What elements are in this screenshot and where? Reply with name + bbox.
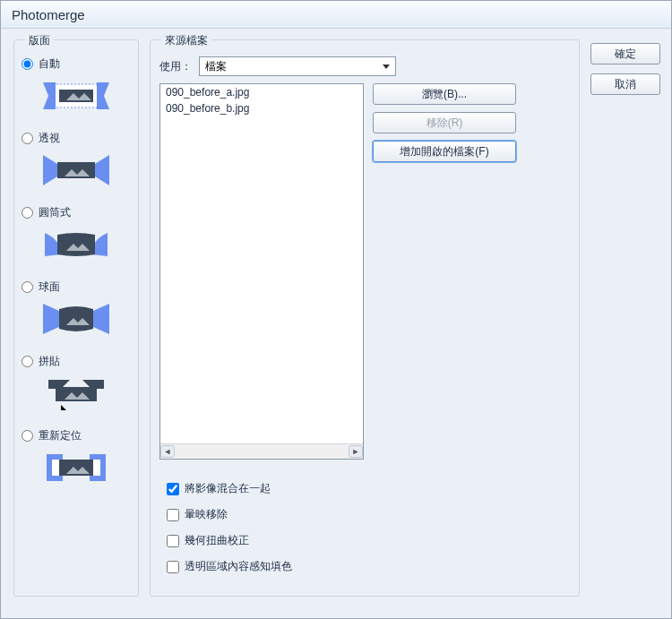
svg-marker-5 (97, 82, 109, 109)
layout-spherical-icon (39, 300, 113, 338)
layout-reposition-icon (39, 449, 113, 486)
photomerge-dialog: Photomerge 版面 自動 (0, 0, 672, 619)
layout-radio-perspective[interactable] (22, 133, 33, 144)
layout-collage-icon (39, 374, 113, 412)
geom-label: 幾何扭曲校正 (185, 533, 249, 548)
vignette-label: 暈映移除 (185, 507, 228, 522)
use-row: 使用： 檔案 (151, 53, 579, 83)
blend-label: 將影像混合在一起 (185, 481, 271, 496)
layout-label-spherical: 球面 (39, 279, 60, 295)
layout-label-cylindrical: 圓筒式 (39, 205, 71, 220)
use-dropdown[interactable]: 檔案 (199, 56, 396, 76)
svg-point-7 (99, 84, 101, 87)
title-bar: Photomerge (1, 1, 671, 29)
layout-group-title: 版面 (25, 33, 54, 48)
layout-option-cylindrical[interactable]: 圓筒式 (14, 202, 138, 276)
svg-point-9 (99, 106, 101, 108)
blend-option[interactable]: 將影像混合在一起 (167, 481, 570, 496)
file-list-item[interactable]: 090_before_a.jpg (160, 84, 363, 100)
remove-button[interactable]: 移除(R) (373, 112, 516, 133)
geom-option[interactable]: 幾何扭曲校正 (167, 533, 570, 548)
layout-option-collage[interactable]: 拼貼 (14, 350, 138, 425)
browse-button[interactable]: 瀏覽(B)... (373, 83, 516, 105)
svg-marker-10 (43, 155, 57, 185)
use-dropdown-value: 檔案 (205, 59, 227, 74)
layout-option-reposition[interactable]: 重新定位 (14, 425, 138, 499)
layout-cylindrical-icon (39, 226, 113, 263)
layout-radio-spherical[interactable] (22, 281, 33, 293)
add-open-files-button[interactable]: 增加開啟的檔案(F) (373, 141, 516, 162)
svg-marker-26 (61, 405, 66, 410)
ok-button[interactable]: 確定 (590, 43, 660, 64)
layout-option-perspective[interactable]: 透視 (14, 127, 138, 202)
use-label: 使用： (159, 59, 192, 74)
dialog-actions: 確定 取消 (590, 39, 660, 608)
svg-marker-4 (43, 82, 56, 109)
layout-radio-collage[interactable] (22, 356, 33, 367)
file-list-scrollbar[interactable]: ◄ ► (160, 443, 363, 459)
scroll-left-icon[interactable]: ◄ (160, 445, 175, 458)
fill-label: 透明區域內容感知填色 (185, 559, 292, 574)
file-list-item[interactable]: 090_before_b.jpg (160, 100, 363, 116)
layout-radio-cylindrical[interactable] (22, 207, 33, 219)
layout-label-reposition: 重新定位 (39, 428, 82, 443)
svg-marker-18 (93, 304, 109, 334)
source-files-group: 來源檔案 使用： 檔案 090_before_a.jpg 090_before_… (150, 39, 580, 597)
window-title: Photomerge (12, 7, 85, 22)
chevron-down-icon (383, 64, 390, 69)
layout-label-perspective: 透視 (39, 131, 60, 146)
fill-checkbox[interactable] (167, 561, 179, 573)
fill-option[interactable]: 透明區域內容感知填色 (167, 559, 570, 574)
layout-option-auto[interactable]: 自動 (14, 53, 138, 127)
vignette-option[interactable]: 暈映移除 (167, 507, 570, 522)
layout-radio-reposition[interactable] (22, 430, 33, 442)
svg-point-6 (52, 84, 55, 87)
svg-marker-17 (43, 304, 59, 334)
blend-checkbox[interactable] (167, 483, 179, 495)
cancel-button[interactable]: 取消 (590, 73, 660, 95)
vignette-checkbox[interactable] (167, 509, 179, 521)
svg-point-8 (52, 106, 55, 108)
client-area: 版面 自動 (1, 29, 671, 619)
geom-checkbox[interactable] (167, 535, 179, 547)
layout-radio-auto[interactable] (22, 58, 33, 70)
layout-auto-icon (39, 77, 113, 115)
svg-rect-30 (52, 460, 59, 476)
layout-option-spherical[interactable]: 球面 (14, 276, 138, 350)
file-row: 090_before_a.jpg 090_before_b.jpg ◄ ► 瀏覽… (151, 83, 579, 472)
source-buttons: 瀏覽(B)... 移除(R) 增加開啟的檔案(F) (373, 83, 516, 472)
options-checkboxes: 將影像混合在一起 暈映移除 幾何扭曲校正 透明區域內容感知填色 (151, 472, 579, 585)
scroll-right-icon[interactable]: ► (349, 445, 363, 458)
svg-marker-11 (95, 155, 109, 185)
layout-label-auto: 自動 (39, 56, 60, 72)
layout-label-collage: 拼貼 (39, 354, 60, 369)
file-list[interactable]: 090_before_a.jpg 090_before_b.jpg ◄ ► (159, 83, 364, 460)
layout-group: 版面 自動 (13, 39, 139, 597)
layout-perspective-icon (39, 151, 113, 189)
svg-rect-31 (93, 460, 100, 476)
source-group-title: 來源檔案 (161, 33, 211, 48)
